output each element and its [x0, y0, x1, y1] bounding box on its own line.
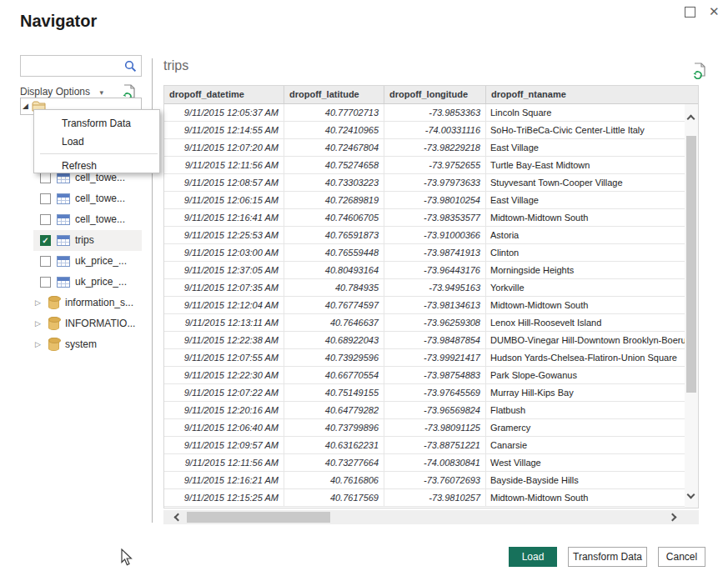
tree-item-label: trips: [75, 230, 94, 251]
display-options-label: Display Options: [20, 86, 90, 98]
tree-item-label: cell_towe...: [75, 209, 125, 230]
cell-dropoff_datetime: 9/11/2015 12:06:15 AM: [164, 192, 284, 208]
cell-dropoff_longitude: -73.88751221: [384, 437, 486, 453]
scroll-down-icon[interactable]: [687, 491, 695, 499]
cell-dropoff_ntaname: Lincoln Square: [486, 104, 685, 121]
cell-dropoff_longitude: -73.97973633: [384, 174, 486, 191]
sidebar-item-uk-price-1[interactable]: uk_price_...: [20, 251, 145, 272]
sidebar-item-information-schema[interactable]: ▷ information_s...: [20, 293, 145, 313]
vertical-scrollbar-thumb[interactable]: [686, 136, 696, 393]
load-button[interactable]: Load: [509, 547, 557, 567]
sidebar-item-cell-towers-2[interactable]: cell_towe...: [20, 188, 145, 209]
cell-dropoff_latitude: 40.75149155: [284, 384, 384, 401]
cell-dropoff_datetime: 9/11/2015 12:09:57 AM: [164, 437, 284, 453]
cell-dropoff_longitude: -73.99921417: [384, 349, 486, 366]
menu-separator: [40, 153, 158, 154]
cell-dropoff_latitude: 40.73929596: [284, 349, 384, 366]
cell-dropoff_latitude: 40.74606705: [284, 209, 384, 226]
menu-item-refresh[interactable]: Refresh: [34, 157, 159, 175]
checkbox-unchecked[interactable]: [40, 256, 51, 267]
scroll-right-icon[interactable]: [669, 513, 677, 522]
cell-dropoff_latitude: 40.73799896: [284, 419, 384, 436]
cell-dropoff_ntaname: Flatbush: [486, 402, 685, 418]
cell-dropoff_datetime: 9/11/2015 12:07:55 AM: [164, 349, 284, 366]
checkbox-checked[interactable]: ✓: [40, 235, 51, 246]
search-input[interactable]: [24, 57, 123, 75]
cell-dropoff_latitude: 40.68922043: [284, 332, 384, 348]
cell-dropoff_latitude: 40.72467804: [284, 139, 384, 156]
cell-dropoff_ntaname: Turtle Bay-East Midtown: [486, 157, 685, 173]
cell-dropoff_datetime: 9/11/2015 12:22:30 AM: [164, 367, 284, 383]
table-row: 9/11/2015 12:14:55 AM40.72410965-74.0033…: [164, 122, 685, 139]
menu-item-transform-data[interactable]: Transform Data: [34, 114, 159, 133]
checkbox-unchecked[interactable]: [40, 277, 51, 288]
scroll-left-icon[interactable]: [174, 513, 183, 522]
expanded-triangle-icon[interactable]: ◢: [23, 103, 28, 110]
chevron-right-icon[interactable]: ▷: [35, 319, 41, 328]
table-row: 9/11/2015 12:07:55 AM40.73929596-73.9992…: [164, 349, 685, 367]
cell-dropoff_latitude: 40.7617569: [284, 489, 384, 506]
horizontal-scrollbar-thumb[interactable]: [187, 512, 330, 523]
cell-dropoff_datetime: 9/11/2015 12:11:56 AM: [164, 157, 284, 173]
search-box: [20, 55, 142, 77]
table-row: 9/11/2015 12:06:15 AM40.72689819-73.9801…: [164, 192, 685, 209]
table-row: 9/11/2015 12:16:21 AM40.7616806-73.76072…: [164, 472, 685, 489]
sidebar-item-system[interactable]: ▷ system: [20, 334, 145, 355]
table-row: 9/11/2015 12:11:56 AM40.73277664-74.0083…: [164, 454, 685, 472]
menu-item-load[interactable]: Load: [34, 133, 159, 151]
cell-dropoff_ntaname: East Village: [486, 139, 685, 156]
database-icon: [48, 317, 59, 330]
cell-dropoff_latitude: 40.75274658: [284, 157, 384, 173]
display-options-dropdown[interactable]: Display Options ▾: [20, 86, 103, 98]
cell-dropoff_latitude: 40.77702713: [284, 104, 384, 121]
database-icon: [48, 296, 59, 309]
cell-dropoff_latitude: 40.73303223: [284, 174, 384, 191]
cell-dropoff_datetime: 9/11/2015 12:16:41 AM: [164, 209, 284, 226]
column-header: dropoff_ntaname: [486, 86, 698, 103]
sidebar-item-cell-towers-3[interactable]: cell_towe...: [20, 209, 145, 230]
cell-dropoff_longitude: -73.98010254: [384, 192, 486, 208]
cell-dropoff_datetime: 9/11/2015 12:07:20 AM: [164, 139, 284, 156]
preview-table: dropoff_datetime dropoff_latitude dropof…: [163, 85, 699, 508]
cell-dropoff_longitude: -73.96569824: [384, 402, 486, 418]
table-row: 9/11/2015 12:03:00 AM40.76559448-73.9874…: [164, 244, 685, 262]
cell-dropoff_datetime: 9/11/2015 12:13:11 AM: [164, 314, 284, 331]
checkbox-unchecked[interactable]: [40, 193, 51, 204]
cell-dropoff_latitude: 40.76774597: [284, 297, 384, 313]
table-row: 9/11/2015 12:05:37 AM40.77702713-73.9853…: [164, 104, 685, 122]
sidebar-item-information-schema-upper[interactable]: ▷ INFORMATIO...: [20, 313, 145, 334]
vertical-scrollbar[interactable]: [685, 104, 698, 508]
scroll-up-icon[interactable]: [687, 115, 695, 123]
sidebar-item-uk-price-2[interactable]: uk_price_...: [20, 272, 145, 293]
chevron-right-icon[interactable]: ▷: [35, 298, 41, 307]
cell-dropoff_longitude: -74.00830841: [384, 454, 486, 471]
search-icon[interactable]: [124, 60, 137, 73]
checkbox-unchecked[interactable]: [40, 214, 51, 225]
maximize-icon[interactable]: [685, 7, 695, 18]
horizontal-scrollbar[interactable]: [163, 510, 699, 524]
tree-item-label: uk_price_...: [75, 272, 127, 293]
cell-dropoff_ntaname: Bayside-Bayside Hills: [486, 472, 685, 488]
preview-table-header: dropoff_datetime dropoff_latitude dropof…: [164, 86, 698, 104]
table-row: 9/11/2015 12:07:35 AM40.784935-73.949516…: [164, 279, 685, 297]
cell-dropoff_longitude: -73.96259308: [384, 314, 486, 331]
table-row: 9/11/2015 12:09:57 AM40.63162231-73.8875…: [164, 437, 685, 454]
cell-dropoff_ntaname: SoHo-TriBeCa-Civic Center-Little Italy: [486, 122, 685, 138]
chevron-right-icon[interactable]: ▷: [35, 340, 41, 348]
close-icon[interactable]: ✕: [709, 3, 720, 20]
table-row: 9/11/2015 12:13:11 AM40.7646637-73.96259…: [164, 314, 685, 332]
table-row: 9/11/2015 12:25:53 AM40.76591873-73.9100…: [164, 227, 685, 244]
page-title: Navigator: [20, 12, 97, 31]
cell-dropoff_datetime: 9/11/2015 12:12:04 AM: [164, 297, 284, 313]
cancel-button[interactable]: Cancel: [658, 547, 705, 567]
table-icon: [57, 256, 70, 267]
cell-dropoff_longitude: -73.9853363: [384, 104, 486, 121]
navigator-dialog: Navigator ✕ Display Options ▾ ◢ cell_tow…: [0, 0, 728, 576]
table-row: 9/11/2015 12:15:25 AM40.7617569-73.98102…: [164, 489, 685, 507]
refresh-preview-icon[interactable]: [693, 63, 707, 79]
column-header: dropoff_longitude: [384, 86, 486, 103]
sidebar-item-trips[interactable]: ✓ trips: [20, 230, 145, 251]
cell-dropoff_longitude: -73.98487854: [384, 332, 486, 348]
transform-data-button[interactable]: Transform Data: [568, 547, 647, 567]
cell-dropoff_ntaname: East Village: [486, 192, 685, 208]
